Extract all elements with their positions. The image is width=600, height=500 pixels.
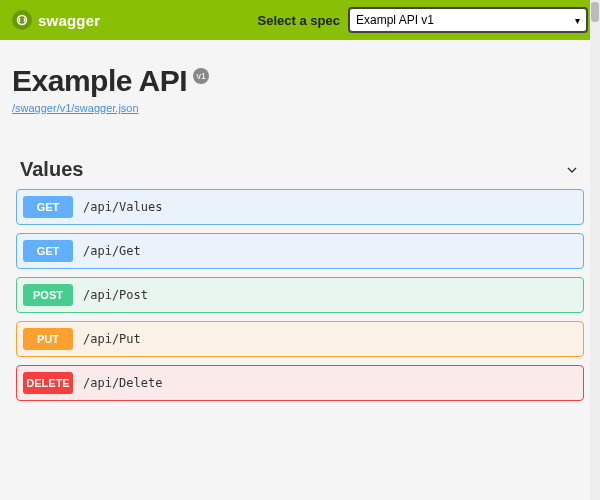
- operation-path: /api/Values: [83, 200, 162, 214]
- operation-row[interactable]: PUT/api/Put: [16, 321, 584, 357]
- operation-row[interactable]: GET/api/Values: [16, 189, 584, 225]
- title-row: Example API v1: [12, 64, 588, 98]
- content: Example API v1 /swagger/v1/swagger.json …: [0, 40, 600, 421]
- topbar: swagger Select a spec Exampl API v1 ▾: [0, 0, 600, 40]
- scrollbar[interactable]: [590, 0, 600, 500]
- swagger-logo-icon: [12, 10, 32, 30]
- method-badge: DELETE: [23, 372, 73, 394]
- api-title: Example API: [12, 64, 187, 98]
- operation-path: /api/Get: [83, 244, 141, 258]
- method-badge: GET: [23, 196, 73, 218]
- operation-path: /api/Delete: [83, 376, 162, 390]
- operations-list: GET/api/ValuesGET/api/GetPOST/api/PostPU…: [16, 189, 584, 401]
- method-badge: POST: [23, 284, 73, 306]
- operation-path: /api/Post: [83, 288, 148, 302]
- chevron-down-icon: [564, 162, 580, 178]
- tag-section: Values GET/api/ValuesGET/api/GetPOST/api…: [12, 158, 588, 401]
- method-badge: GET: [23, 240, 73, 262]
- spec-label: Select a spec: [258, 13, 340, 28]
- spec-select[interactable]: Exampl API v1 ▾: [348, 7, 588, 33]
- method-badge: PUT: [23, 328, 73, 350]
- tag-title: Values: [20, 158, 83, 181]
- version-badge: v1: [193, 68, 209, 84]
- operation-row[interactable]: POST/api/Post: [16, 277, 584, 313]
- chevron-down-icon: ▾: [575, 15, 580, 26]
- spec-link[interactable]: /swagger/v1/swagger.json: [12, 102, 139, 114]
- operation-row[interactable]: DELETE/api/Delete: [16, 365, 584, 401]
- brand-wrap: swagger: [12, 10, 100, 30]
- operation-row[interactable]: GET/api/Get: [16, 233, 584, 269]
- tag-header[interactable]: Values: [16, 158, 584, 189]
- scroll-thumb[interactable]: [591, 2, 599, 22]
- brand-text: swagger: [38, 12, 100, 29]
- spec-selector-area: Select a spec Exampl API v1 ▾: [258, 7, 588, 33]
- operation-path: /api/Put: [83, 332, 141, 346]
- spec-selected-value: Exampl API v1: [356, 13, 434, 27]
